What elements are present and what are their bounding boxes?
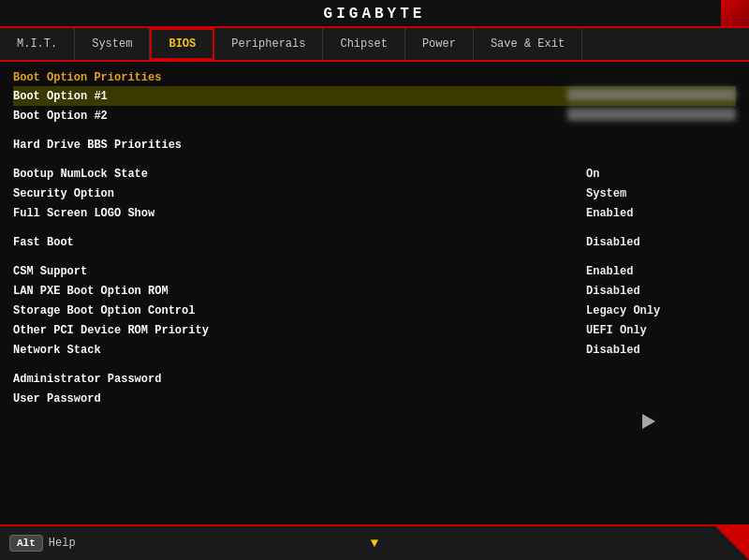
- other-pci-label: Other PCI Device ROM Priority: [13, 322, 209, 339]
- help-label: Help: [49, 537, 76, 550]
- fast-boot-label: Fast Boot: [13, 234, 74, 251]
- boot-option-2-value: [567, 108, 736, 121]
- navbar: M.I.T. System BIOS Peripherals Chipset P…: [0, 28, 749, 62]
- other-pci-value: UEFI Only: [586, 322, 736, 339]
- fast-boot-value: Disabled: [586, 234, 736, 251]
- menu-row-lan-pxe[interactable]: LAN PXE Boot Option ROM Disabled: [13, 281, 736, 301]
- nav-item-bios[interactable]: BIOS: [150, 28, 214, 60]
- menu-row-boot-option-2[interactable]: Boot Option #2: [13, 106, 736, 125]
- nav-item-power[interactable]: Power: [405, 28, 474, 60]
- header-corner-decoration: [721, 0, 749, 26]
- bottom-right-decoration: [713, 524, 749, 560]
- mouse-cursor: [642, 414, 655, 429]
- security-option-label: Security Option: [13, 185, 114, 202]
- menu-row-fast-boot[interactable]: Fast Boot Disabled: [13, 232, 736, 252]
- full-screen-logo-value: Enabled: [586, 205, 736, 222]
- csm-support-value: Enabled: [586, 263, 736, 280]
- menu-row-csm-support[interactable]: CSM Support Enabled: [13, 261, 736, 281]
- lan-pxe-label: LAN PXE Boot Option ROM: [13, 283, 169, 300]
- menu-row-user-password[interactable]: User Password: [13, 389, 736, 408]
- storage-boot-value: Legacy Only: [586, 302, 736, 319]
- network-stack-label: Network Stack: [13, 342, 101, 359]
- boot-option-1-value: [567, 88, 736, 101]
- nav-item-peripherals[interactable]: Peripherals: [214, 28, 323, 60]
- bootup-numlock-value: On: [586, 166, 736, 183]
- nav-item-save-exit[interactable]: Save & Exit: [474, 28, 582, 60]
- menu-row-hard-drive-bbs[interactable]: Hard Drive BBS Priorities: [13, 135, 736, 155]
- menu-row-storage-boot[interactable]: Storage Boot Option Control Legacy Only: [13, 301, 736, 320]
- lan-pxe-value: Disabled: [586, 283, 736, 300]
- network-stack-value: Disabled: [586, 342, 736, 359]
- nav-item-chipset[interactable]: Chipset: [323, 28, 404, 60]
- user-password-label: User Password: [13, 391, 101, 407]
- main-content: Boot Option Priorities Boot Option #1 Bo…: [0, 62, 749, 524]
- nav-item-system[interactable]: System: [75, 28, 150, 60]
- menu-row-bootup-numlock[interactable]: Bootup NumLock State On: [13, 164, 736, 184]
- bootup-numlock-label: Bootup NumLock State: [13, 166, 148, 183]
- menu-row-security-option[interactable]: Security Option System: [13, 184, 736, 203]
- alt-key: Alt: [9, 535, 43, 552]
- bottom-bar: Alt Help ▼: [0, 524, 749, 560]
- menu-row-full-screen-logo[interactable]: Full Screen LOGO Show Enabled: [13, 203, 736, 223]
- boot-option-1-label: Boot Option #1: [13, 88, 108, 105]
- menu-row-admin-password[interactable]: Administrator Password: [13, 369, 736, 389]
- admin-password-label: Administrator Password: [13, 371, 161, 388]
- brand-title: GIGABYTE: [324, 6, 426, 22]
- nav-item-mit[interactable]: M.I.T.: [0, 28, 75, 60]
- section-boot-priorities: Boot Option Priorities: [13, 71, 736, 84]
- menu-row-network-stack[interactable]: Network Stack Disabled: [13, 340, 736, 360]
- security-option-value: System: [586, 185, 736, 202]
- header: GIGABYTE: [0, 0, 749, 28]
- storage-boot-label: Storage Boot Option Control: [13, 302, 195, 319]
- scroll-down-arrow: ▼: [371, 536, 378, 551]
- menu-row-other-pci[interactable]: Other PCI Device ROM Priority UEFI Only: [13, 320, 736, 340]
- full-screen-logo-label: Full Screen LOGO Show: [13, 205, 154, 222]
- csm-support-label: CSM Support: [13, 263, 87, 280]
- hard-drive-bbs-label: Hard Drive BBS Priorities: [13, 137, 182, 154]
- bios-settings-panel: Boot Option Priorities Boot Option #1 Bo…: [0, 62, 749, 524]
- menu-row-boot-option-1[interactable]: Boot Option #1: [13, 86, 736, 106]
- boot-option-2-label: Boot Option #2: [13, 108, 108, 125]
